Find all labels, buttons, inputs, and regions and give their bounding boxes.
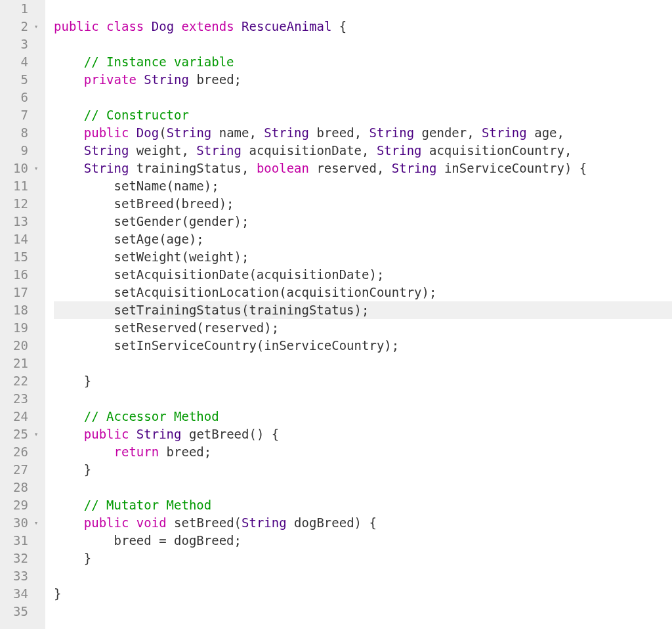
code-area[interactable]: public class Dog extends RescueAnimal { … <box>46 0 672 629</box>
token-pln: breed = dogBreed; <box>54 533 242 548</box>
token-pln: reserved, <box>309 161 392 175</box>
code-line[interactable]: // Accessor Method <box>54 408 672 425</box>
line-number: 4 <box>0 53 43 71</box>
code-line[interactable] <box>54 35 672 53</box>
code-line[interactable]: public class Dog extends RescueAnimal { <box>54 18 672 35</box>
code-line[interactable]: setAcquisitionDate(acquisitionDate); <box>54 266 672 284</box>
token-cmt: // Mutator Method <box>84 498 211 512</box>
code-line[interactable] <box>54 603 672 620</box>
token-pln: setName(name); <box>54 179 219 193</box>
code-line[interactable]: setReserved(reserved); <box>54 319 672 337</box>
line-number-label: 21 <box>13 355 32 372</box>
code-line[interactable]: } <box>54 585 672 603</box>
line-number-label: 16 <box>13 266 32 284</box>
token-pln: breed, <box>309 125 369 140</box>
fold-toggle-icon[interactable]: ▾ <box>32 160 40 177</box>
code-line[interactable] <box>54 390 672 408</box>
line-number-label: 9 <box>21 142 32 160</box>
code-line[interactable]: setAge(age); <box>54 230 672 248</box>
token-pln: setAcquisitionDate(acquisitionDate); <box>54 267 384 282</box>
code-line[interactable]: } <box>54 372 672 390</box>
code-line[interactable]: setName(name); <box>54 177 672 195</box>
code-line[interactable]: String weight, String acquisitionDate, S… <box>54 142 672 160</box>
line-number: 28 <box>0 479 43 496</box>
line-number: 3 <box>0 35 43 53</box>
code-line[interactable] <box>54 89 672 106</box>
code-line[interactable]: breed = dogBreed; <box>54 532 672 550</box>
token-pln: trainingStatus, <box>129 161 256 175</box>
line-number: 32 <box>0 550 43 567</box>
line-number-label: 34 <box>13 585 32 603</box>
code-line[interactable]: } <box>54 550 672 567</box>
token-pln <box>234 19 242 33</box>
code-line[interactable]: // Constructor <box>54 106 672 124</box>
code-line[interactable] <box>54 0 672 18</box>
code-line[interactable]: String trainingStatus, boolean reserved,… <box>54 160 672 177</box>
token-type: String <box>392 161 437 175</box>
code-line[interactable]: } <box>54 461 672 479</box>
code-line[interactable]: return breed; <box>54 443 672 461</box>
token-pln <box>174 19 181 33</box>
line-number-label: 19 <box>13 319 32 337</box>
code-line[interactable]: private String breed; <box>54 71 672 89</box>
line-number-label: 27 <box>13 461 32 479</box>
token-kw: public <box>84 427 129 441</box>
token-pln: } <box>54 551 91 565</box>
line-number: 15 <box>0 248 43 266</box>
token-pln: setBreed( <box>167 515 242 530</box>
token-type: String <box>84 161 129 175</box>
token-type: Dog <box>136 125 159 140</box>
code-line[interactable]: // Instance variable <box>54 53 672 71</box>
code-line[interactable]: setInServiceCountry(inServiceCountry); <box>54 337 672 355</box>
token-type: String <box>144 72 189 87</box>
code-line[interactable] <box>54 479 672 496</box>
line-number-label: 24 <box>13 408 32 425</box>
code-line[interactable]: public void setBreed(String dogBreed) { <box>54 514 672 532</box>
code-line[interactable]: setGender(gender); <box>54 213 672 230</box>
line-number: 20 <box>0 337 43 355</box>
token-type: String <box>136 427 182 441</box>
line-number-label: 17 <box>13 284 32 301</box>
line-number-label: 33 <box>13 567 32 585</box>
token-type: Dog <box>152 19 174 33</box>
code-line[interactable]: setAcquisitionLocation(acquisitionCountr… <box>54 284 672 301</box>
token-type: String <box>84 143 129 158</box>
token-cmt: // Accessor Method <box>84 409 219 423</box>
code-line[interactable]: setBreed(breed); <box>54 195 672 213</box>
code-line[interactable]: setTrainingStatus(trainingStatus); <box>54 301 672 319</box>
line-number: 1 <box>0 0 43 18</box>
code-line[interactable]: public String getBreed() { <box>54 425 672 443</box>
line-number-label: 29 <box>13 496 32 514</box>
line-number-label: 30 <box>13 514 32 532</box>
token-pln <box>129 125 136 140</box>
code-editor[interactable]: 12▾345678910▾111213141516171819202122232… <box>0 0 672 629</box>
line-number-label: 22 <box>13 372 32 390</box>
code-line[interactable]: // Mutator Method <box>54 496 672 514</box>
fold-toggle-icon[interactable]: ▾ <box>32 425 40 443</box>
token-pln: breed; <box>189 72 242 87</box>
code-line[interactable] <box>54 567 672 585</box>
token-pln <box>54 409 84 423</box>
line-number-label: 2 <box>21 18 32 35</box>
line-number-label: 14 <box>13 230 32 248</box>
code-line[interactable] <box>54 355 672 372</box>
line-number: 31 <box>0 532 43 550</box>
line-number: 29 <box>0 496 43 514</box>
line-number-label: 28 <box>13 479 32 496</box>
line-number-label: 18 <box>13 301 32 319</box>
line-number-label: 1 <box>21 0 32 18</box>
token-pln: name, <box>211 125 264 140</box>
token-kw: public <box>84 515 129 530</box>
line-number: 7 <box>0 106 43 124</box>
line-number: 35 <box>0 603 43 620</box>
line-number: 19 <box>0 319 43 337</box>
fold-toggle-icon[interactable]: ▾ <box>32 514 40 532</box>
line-number: 11 <box>0 177 43 195</box>
code-line[interactable]: public Dog(String name, String breed, St… <box>54 124 672 142</box>
line-number: 5 <box>0 71 43 89</box>
code-line[interactable]: setWeight(weight); <box>54 248 672 266</box>
token-pln <box>136 72 144 87</box>
token-type: String <box>482 125 527 140</box>
line-number-label: 15 <box>13 248 32 266</box>
fold-toggle-icon[interactable]: ▾ <box>32 18 40 35</box>
